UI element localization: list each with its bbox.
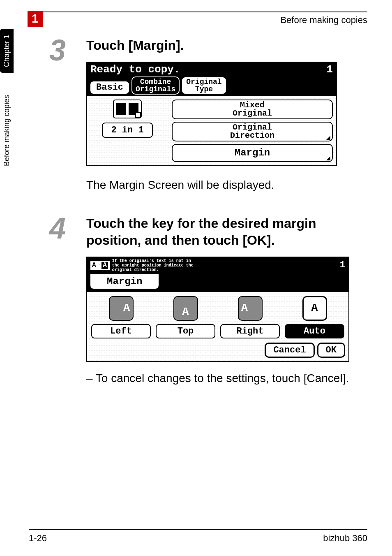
margin-options: A Left A Top A Right A Auto xyxy=(87,292,348,341)
status-bar: Ready to copy. 1 xyxy=(87,63,336,76)
two-in-one-icon[interactable] xyxy=(113,100,142,118)
hint-line3: original direction. xyxy=(112,268,194,272)
page-number: 1-26 xyxy=(29,533,47,544)
tab-orig-line2: Type xyxy=(195,86,213,93)
dir-line1: Original xyxy=(176,123,329,132)
copy-count: 1 xyxy=(340,260,345,270)
two-in-one-label[interactable]: 2 in 1 xyxy=(102,123,152,138)
hint-line2: the upright position indicate the xyxy=(112,263,194,268)
tab-margin[interactable]: Margin xyxy=(90,273,159,290)
margin-auto-button[interactable]: Auto xyxy=(285,324,344,338)
side-tabs: Chapter 1 Before making copies xyxy=(0,29,18,172)
options-column: Mixed Original Original Direction Margin xyxy=(172,100,333,162)
chapter-tab: Chapter 1 xyxy=(0,29,14,73)
hint-text: If the original's text is not in the upr… xyxy=(112,259,194,272)
tab-original-type[interactable]: Original Type xyxy=(181,76,226,95)
margin-auto-cell: A Auto xyxy=(285,296,344,338)
margin-label: Margin xyxy=(235,147,270,158)
margin-status-bar: A→A If the original's text is not in the… xyxy=(87,257,348,273)
page-footer: 1-26 bizhub 360 xyxy=(29,529,367,544)
tab-orig-line1: Original xyxy=(186,78,221,86)
margin-right-button[interactable]: Right xyxy=(220,324,280,338)
margin-footer: Cancel OK xyxy=(87,341,348,361)
margin-left-button[interactable]: Left xyxy=(91,324,151,338)
margin-top-button[interactable]: Top xyxy=(156,324,215,338)
status-text: Ready to copy. xyxy=(90,63,180,76)
chapter-badge: 1 xyxy=(28,11,43,27)
margin-left-icon[interactable]: A xyxy=(109,296,134,321)
tab-row: Basic Combine Originals Original Type xyxy=(87,76,336,96)
two-in-one-area: 2 in 1 xyxy=(90,100,164,162)
tab-combine-line2: Originals xyxy=(136,86,175,93)
expand-icon xyxy=(326,136,330,140)
step-title: Touch the key for the desired margin pos… xyxy=(86,215,363,249)
tab-combine-originals[interactable]: Combine Originals xyxy=(131,76,180,95)
step-number: 3 xyxy=(49,37,82,64)
option-mixed-original[interactable]: Mixed Original xyxy=(172,100,333,119)
tab-basic[interactable]: Basic xyxy=(90,81,130,95)
cancel-button[interactable]: Cancel xyxy=(265,343,314,358)
mixed-line1: Mixed xyxy=(176,101,329,109)
step-after-text: The Margin Screen will be displayed. xyxy=(86,177,363,193)
ok-button[interactable]: OK xyxy=(317,343,345,358)
margin-screen: A→A If the original's text is not in the… xyxy=(86,257,349,362)
mixed-line2: Original xyxy=(176,109,329,118)
step-number: 4 xyxy=(49,215,82,242)
orientation-icon: A→A xyxy=(90,261,110,270)
page-header: 1 Before making copies xyxy=(29,12,367,25)
margin-right-icon[interactable]: A xyxy=(238,296,263,321)
step-title: Touch [Margin]. xyxy=(86,37,363,54)
product-name: bizhub 360 xyxy=(323,533,367,544)
margin-right-cell: A Right xyxy=(220,296,280,338)
margin-left-cell: A Left xyxy=(91,296,151,338)
tab-combine-line1: Combine xyxy=(140,78,171,86)
copy-count: 1 xyxy=(326,63,333,76)
screen-body: 2 in 1 Mixed Original Original Direction xyxy=(87,96,336,165)
expand-icon xyxy=(326,156,330,160)
option-original-direction[interactable]: Original Direction xyxy=(172,122,333,141)
margin-tab-row: Margin xyxy=(87,273,348,292)
option-margin[interactable]: Margin xyxy=(172,144,333,162)
step-4: 4 Touch the key for the desired margin p… xyxy=(49,215,363,386)
margin-auto-icon[interactable]: A xyxy=(302,296,327,321)
step-sub-text: – To cancel changes to the settings, tou… xyxy=(86,370,363,386)
step-3: 3 Touch [Margin]. Ready to copy. 1 Basic… xyxy=(49,37,363,204)
copy-screen: Ready to copy. 1 Basic Combine Originals… xyxy=(86,62,337,166)
content-area: 3 Touch [Margin]. Ready to copy. 1 Basic… xyxy=(49,37,363,398)
dir-line2: Direction xyxy=(176,132,329,140)
margin-top-icon[interactable]: A xyxy=(173,296,198,321)
header-title: Before making copies xyxy=(29,15,367,25)
margin-top-cell: A Top xyxy=(156,296,215,338)
hint-line1: If the original's text is not in xyxy=(112,259,194,263)
section-tab: Before making copies xyxy=(0,89,14,172)
